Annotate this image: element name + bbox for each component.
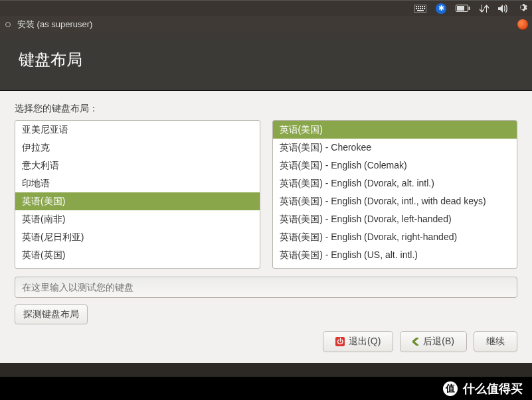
variant-item[interactable]: 英语(美国) - English (Dvorak, intl., with de… [273, 192, 517, 210]
language-item[interactable]: 英语(英国) [15, 246, 260, 264]
power-icon: ⏻ [335, 337, 345, 346]
accessibility-icon[interactable]: ✱ [436, 3, 446, 14]
keyboard-test-input[interactable] [15, 277, 517, 298]
variant-item[interactable]: 英语(美国) - English (Dvorak, alt. intl.) [273, 174, 517, 192]
content-area: 选择您的键盘布局： 亚美尼亚语伊拉克意大利语印地语英语(美国)英语(南非)英语(… [0, 91, 532, 363]
variant-item[interactable]: 英语(美国) - English (Colemak) [273, 157, 517, 174]
svg-rect-11 [424, 8, 425, 9]
network-icon[interactable] [480, 4, 489, 13]
svg-rect-5 [422, 6, 423, 7]
svg-rect-6 [424, 6, 425, 7]
svg-rect-10 [422, 8, 423, 9]
close-icon[interactable] [517, 19, 528, 30]
branding-footer: 值 什么值得买 [0, 377, 532, 400]
keyboard-layout-lists: 亚美尼亚语伊拉克意大利语印地语英语(美国)英语(南非)英语(尼日利亚)英语(英国… [15, 120, 517, 269]
wizard-button-row: ⏻ 退出(Q) 后退(B) 继续 [323, 331, 517, 352]
window-title: 安装 (as superuser) [17, 19, 92, 31]
svg-rect-2 [416, 6, 417, 7]
variant-item[interactable]: 英语(美国) - English (Dvorak, left-handed) [273, 210, 517, 228]
window-titlebar: 安装 (as superuser) [0, 16, 532, 33]
keyboard-icon[interactable] [414, 5, 426, 13]
window-icon [5, 22, 11, 27]
svg-rect-3 [418, 6, 419, 7]
quit-button[interactable]: ⏻ 退出(Q) [323, 331, 393, 352]
language-list[interactable]: 亚美尼亚语伊拉克意大利语印地语英语(美国)英语(南非)英语(尼日利亚)英语(英国… [15, 120, 260, 269]
svg-rect-1 [417, 10, 424, 11]
variant-item[interactable]: 英语(美国) - Cherokee [273, 139, 517, 157]
settings-gear-icon[interactable] [518, 3, 528, 13]
svg-rect-4 [420, 6, 421, 7]
variant-item[interactable]: 英语(美国) [273, 121, 517, 139]
language-item[interactable]: 伊拉克 [15, 139, 260, 157]
language-item[interactable]: 英语(尼日利亚) [15, 228, 260, 246]
continue-button[interactable]: 继续 [474, 331, 517, 352]
svg-rect-7 [416, 8, 417, 9]
language-item[interactable]: 印地语 [15, 174, 260, 192]
svg-rect-14 [457, 6, 464, 11]
page-header: 键盘布局 [0, 33, 532, 91]
brand-text: 什么值得买 [463, 381, 523, 397]
system-top-panel: ✱ [0, 0, 532, 16]
language-item[interactable]: 英语(南非) [15, 210, 260, 228]
variant-item[interactable]: 英语(美国) - English (Dvorak, right-handed) [273, 228, 517, 246]
language-item[interactable]: 亚美尼亚语 [15, 121, 260, 139]
back-button-label: 后退(B) [423, 336, 454, 348]
svg-rect-13 [469, 7, 470, 10]
quit-button-label: 退出(Q) [349, 336, 381, 348]
svg-rect-8 [418, 8, 419, 9]
variant-list[interactable]: 英语(美国)英语(美国) - Cherokee英语(美国) - English … [272, 120, 518, 269]
brand-logo-icon: 值 [443, 381, 458, 396]
detect-layout-button[interactable]: 探测键盘布局 [15, 304, 88, 324]
continue-button-label: 继续 [486, 336, 505, 348]
page-title: 键盘布局 [19, 49, 513, 70]
back-button[interactable]: 后退(B) [400, 331, 467, 352]
sound-icon[interactable] [498, 4, 509, 13]
language-item[interactable]: 意大利语 [15, 157, 260, 174]
battery-icon[interactable] [456, 5, 470, 12]
language-item[interactable]: 越南语 [15, 264, 260, 269]
language-item[interactable]: 英语(美国) [15, 192, 260, 210]
svg-rect-9 [420, 8, 421, 9]
chevron-left-icon [412, 338, 419, 346]
prompt-label: 选择您的键盘布局： [15, 103, 517, 115]
variant-item[interactable]: 英语(美国) - English (US, alt. intl.) [273, 246, 517, 264]
